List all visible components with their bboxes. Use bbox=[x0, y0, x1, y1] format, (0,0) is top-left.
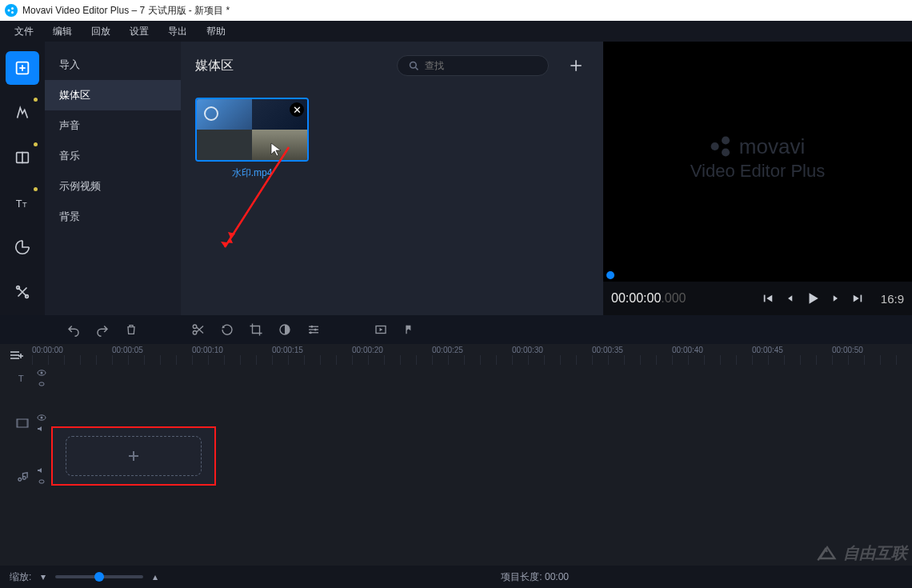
zoom-in-button[interactable]: ▴ bbox=[153, 571, 158, 582]
nav-music[interactable]: 音乐 bbox=[45, 141, 181, 171]
svg-point-53 bbox=[41, 417, 43, 419]
preview-scrub-bar[interactable] bbox=[603, 274, 912, 282]
timeline-ruler[interactable]: 00:00:00 00:00:05 00:00:10 00:00:15 00:0… bbox=[0, 344, 912, 366]
step-back-button[interactable] bbox=[782, 290, 799, 307]
visibility-icon[interactable] bbox=[37, 369, 46, 377]
crop-button[interactable] bbox=[245, 318, 267, 341]
transition-wizard-button[interactable] bbox=[370, 318, 392, 341]
svg-marker-25 bbox=[834, 295, 838, 302]
link-icon[interactable] bbox=[37, 478, 46, 486]
svg-marker-17 bbox=[221, 232, 235, 247]
rail-import-button[interactable] bbox=[6, 51, 39, 85]
svg-line-13 bbox=[415, 67, 418, 70]
ruler-tick: 00:00:20 bbox=[352, 346, 432, 354]
svg-marker-23 bbox=[788, 295, 792, 302]
ruler-tick: 00:00:45 bbox=[752, 346, 832, 354]
color-adjust-button[interactable] bbox=[274, 318, 296, 341]
rotate-button[interactable] bbox=[216, 318, 238, 341]
svg-point-1 bbox=[11, 7, 14, 10]
menu-help[interactable]: 帮助 bbox=[198, 22, 234, 42]
svg-text:T: T bbox=[16, 198, 22, 210]
preview-aspect: 16:9 bbox=[881, 292, 904, 306]
menu-playback[interactable]: 回放 bbox=[83, 22, 118, 42]
search-field[interactable] bbox=[397, 55, 549, 76]
media-clip-label: 水印.mp4 bbox=[195, 166, 309, 180]
preview-brand-text: movavi bbox=[739, 134, 805, 159]
title-track-icon: T bbox=[17, 373, 28, 384]
svg-point-28 bbox=[193, 325, 197, 329]
menu-export[interactable]: 导出 bbox=[160, 22, 195, 42]
ruler-tick: 00:00:05 bbox=[112, 346, 192, 354]
add-track-button[interactable] bbox=[8, 350, 24, 361]
menu-file[interactable]: 文件 bbox=[6, 22, 42, 42]
rail-stickers-button[interactable] bbox=[6, 230, 39, 264]
step-forward-button[interactable] bbox=[826, 290, 844, 307]
ruler-tick: 00:00:00 bbox=[32, 346, 112, 354]
link-icon[interactable] bbox=[37, 380, 46, 388]
project-length-label: 项目长度: 00:00 bbox=[501, 570, 569, 584]
rail-transitions-button[interactable] bbox=[6, 141, 39, 174]
rail-more-tools-button[interactable] bbox=[6, 275, 39, 309]
menu-edit[interactable]: 编辑 bbox=[45, 22, 80, 42]
redo-button[interactable] bbox=[91, 318, 114, 341]
video-track[interactable] bbox=[0, 390, 912, 456]
preview-brand-subtitle: Video Editor Plus bbox=[690, 161, 825, 182]
preview-timecode: 00:00:00.000 bbox=[611, 291, 686, 306]
split-button[interactable] bbox=[187, 318, 210, 341]
nav-import[interactable]: 导入 bbox=[45, 50, 181, 80]
remove-clip-button[interactable]: ✕ bbox=[290, 102, 304, 117]
search-input[interactable] bbox=[425, 60, 537, 71]
preview-controls: 00:00:00.000 16:9 bbox=[603, 282, 912, 315]
undo-button[interactable] bbox=[62, 318, 85, 341]
media-panel: 媒体区 ✕ 水印.mp4 bbox=[181, 42, 603, 315]
media-clip-thumbnail[interactable]: ✕ bbox=[195, 98, 309, 162]
media-clip[interactable]: ✕ 水印.mp4 bbox=[195, 98, 309, 180]
nav-sample-video[interactable]: 示例视频 bbox=[45, 171, 181, 202]
play-overlay-icon bbox=[204, 106, 218, 121]
marker-button[interactable] bbox=[398, 318, 421, 341]
svg-text:T: T bbox=[18, 374, 24, 383]
svg-text:T: T bbox=[22, 201, 27, 209]
nav-backgrounds[interactable]: 背景 bbox=[45, 202, 181, 232]
window-title-bar: Movavi Video Editor Plus – 7 天试用版 - 新项目 … bbox=[0, 0, 912, 21]
svg-rect-50 bbox=[17, 419, 18, 427]
svg-marker-22 bbox=[766, 295, 772, 302]
nav-sounds[interactable]: 声音 bbox=[45, 110, 181, 141]
play-button[interactable] bbox=[804, 290, 822, 307]
ruler-tick: 00:00:25 bbox=[432, 346, 512, 354]
zoom-slider-knob[interactable] bbox=[94, 572, 104, 582]
preview-pane: movavi Video Editor Plus 00:00:00.000 16… bbox=[603, 42, 912, 315]
mute-icon[interactable] bbox=[37, 425, 46, 433]
svg-point-20 bbox=[722, 149, 730, 157]
ruler-tick: 00:00:50 bbox=[832, 346, 912, 354]
next-clip-button[interactable] bbox=[849, 290, 866, 307]
search-icon bbox=[409, 60, 418, 71]
ruler-tick: 00:00:15 bbox=[272, 346, 352, 354]
rail-filters-button[interactable] bbox=[6, 96, 39, 130]
svg-rect-21 bbox=[764, 295, 766, 302]
svg-point-35 bbox=[310, 326, 313, 328]
tool-rail: TT bbox=[0, 42, 45, 315]
main-row: TT 导入 媒体区 声音 音乐 示例视频 背景 媒体区 bbox=[0, 42, 912, 315]
add-media-button[interactable] bbox=[563, 53, 589, 78]
zoom-slider[interactable] bbox=[55, 575, 143, 578]
delete-button[interactable] bbox=[120, 318, 142, 341]
prev-clip-button[interactable] bbox=[759, 290, 777, 307]
nav-media-bin[interactable]: 媒体区 bbox=[45, 80, 181, 110]
visibility-icon[interactable] bbox=[37, 414, 46, 422]
ruler-tick: 00:00:10 bbox=[192, 346, 272, 354]
zoom-out-button[interactable]: ▾ bbox=[41, 571, 46, 582]
svg-marker-26 bbox=[854, 295, 859, 302]
clip-properties-button[interactable] bbox=[302, 318, 325, 341]
svg-marker-39 bbox=[380, 328, 383, 332]
rail-titles-button[interactable]: TT bbox=[6, 186, 39, 219]
svg-rect-51 bbox=[26, 419, 28, 427]
svg-point-29 bbox=[193, 331, 197, 335]
preview-viewport[interactable]: movavi Video Editor Plus bbox=[603, 42, 912, 274]
menu-bar: 文件 编辑 回放 设置 导出 帮助 bbox=[0, 21, 912, 42]
mute-icon[interactable] bbox=[37, 466, 46, 474]
menu-settings[interactable]: 设置 bbox=[122, 22, 157, 42]
title-track[interactable]: T bbox=[0, 366, 912, 390]
video-drop-zone[interactable] bbox=[66, 436, 202, 476]
preview-scrub-knob[interactable] bbox=[606, 271, 614, 279]
